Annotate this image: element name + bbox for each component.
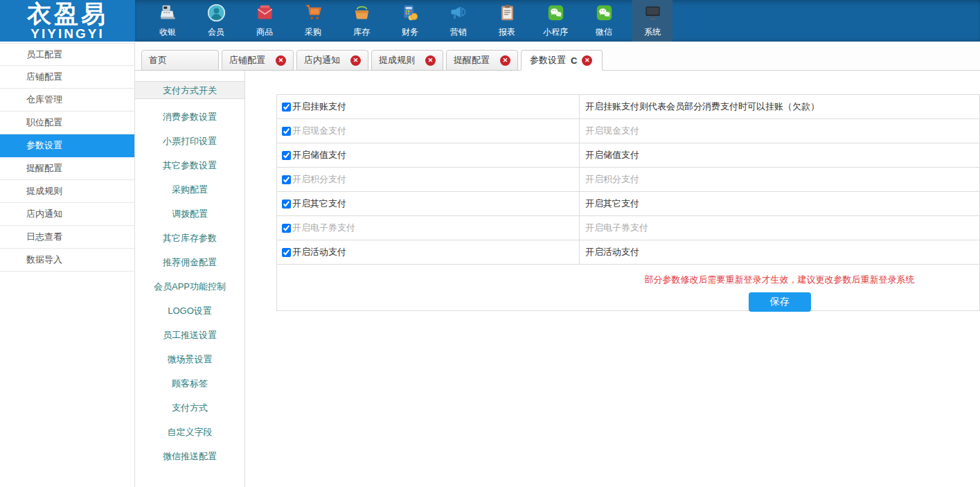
nav-item-label: 报表 <box>499 26 515 38</box>
menu-item-logo-settings[interactable]: LOGO设置 <box>135 299 244 323</box>
switch-label: 开启储值支付 <box>292 149 346 161</box>
switch-label: 开启其它支付 <box>292 197 346 210</box>
close-icon[interactable]: ✕ <box>582 55 592 66</box>
table-row: 开启电子券支付 开启电子券支付 <box>277 216 979 240</box>
tab-commission-rules[interactable]: 提成规则 ✕ <box>371 50 443 71</box>
tab-store-notice[interactable]: 店内通知 ✕ <box>296 50 368 71</box>
nav-item-finance[interactable]: 财务 <box>390 0 430 42</box>
report-icon <box>498 3 517 26</box>
menu-item-customer-tags[interactable]: 顾客标签 <box>135 371 244 396</box>
main-area: 首页 店铺配置 ✕ 店内通知 ✕ 提成规则 ✕ 提醒配置 ✕ 参数设置 C ✕ <box>135 42 980 487</box>
payment-toggle-checkbox[interactable] <box>282 151 291 160</box>
tab-label: 提醒配置 <box>454 54 490 67</box>
tab-parameter-settings[interactable]: 参数设置 C ✕ <box>521 50 603 71</box>
menu-item-other-params[interactable]: 其它参数设置 <box>135 153 244 177</box>
switch-description: 开启活动支付 <box>580 240 979 264</box>
switch-cell: 开启积分支付 <box>277 168 580 191</box>
close-icon[interactable]: ✕ <box>276 55 286 66</box>
nav-item-system[interactable]: 系统 <box>632 0 672 42</box>
nav-item-wechat[interactable]: 微信 <box>584 0 624 42</box>
close-icon[interactable]: ✕ <box>500 55 510 66</box>
payment-toggle-checkbox[interactable] <box>282 103 291 112</box>
close-icon[interactable]: ✕ <box>350 55 361 66</box>
switch-description: 开启电子券支付 <box>580 216 979 240</box>
settings-menu: 支付方式开关 消费参数设置 小票打印设置 其它参数设置 采购配置 调拨配置 其它… <box>135 71 245 487</box>
tab-home[interactable]: 首页 <box>141 50 219 71</box>
menu-item-member-app-control[interactable]: 会员APP功能控制 <box>135 274 244 299</box>
nav-item-marketing[interactable]: 营销 <box>438 0 479 42</box>
table-row: 开启其它支付 开启其它支付 <box>277 192 979 216</box>
payment-toggle-checkbox[interactable] <box>282 200 291 209</box>
tab-label: 首页 <box>149 54 167 67</box>
miniprogram-icon <box>546 3 565 26</box>
menu-item-staff-push[interactable]: 员工推送设置 <box>135 323 244 347</box>
nav-item-members[interactable]: 会员 <box>196 0 236 42</box>
switch-cell: 开启储值支付 <box>277 143 580 167</box>
menu-item-custom-fields[interactable]: 自定义字段 <box>135 420 244 444</box>
menu-item-wescene-settings[interactable]: 微场景设置 <box>135 347 244 371</box>
sidebar-item-parameter-settings[interactable]: 参数设置 <box>0 134 134 157</box>
sidebar-item-store-config[interactable]: 店铺配置 <box>0 66 134 89</box>
left-sidebar: 员工配置 店铺配置 仓库管理 职位配置 参数设置 提醒配置 提成规则 店内通知 … <box>0 42 135 487</box>
refresh-icon[interactable]: C <box>571 55 577 66</box>
sidebar-item-log-view[interactable]: 日志查看 <box>0 226 134 249</box>
menu-item-payment-method-switch[interactable]: 支付方式开关 <box>135 81 244 99</box>
sidebar-item-staff-config[interactable]: 员工配置 <box>0 43 134 66</box>
menu-item-payment-methods[interactable]: 支付方式 <box>135 396 244 420</box>
switch-description: 开启现金支付 <box>580 119 979 143</box>
finance-icon <box>401 3 420 26</box>
nav-item-label: 采购 <box>305 26 321 38</box>
cash-register-icon <box>159 3 177 26</box>
payment-toggle-checkbox[interactable] <box>282 224 291 233</box>
menu-item-referral-commission[interactable]: 推荐佣金配置 <box>135 250 244 274</box>
menu-item-wechat-push[interactable]: 微信推送配置 <box>135 444 244 468</box>
nav-item-goods[interactable]: 商品 <box>244 0 285 42</box>
nav-item-label: 系统 <box>644 26 661 38</box>
sidebar-item-reminder-config[interactable]: 提醒配置 <box>0 157 134 180</box>
switch-cell: 开启其它支付 <box>277 192 580 215</box>
switch-label: 开启电子券支付 <box>292 222 355 234</box>
sidebar-item-store-notice[interactable]: 店内通知 <box>0 203 134 226</box>
app-logo-title: 衣盈易 <box>0 1 135 27</box>
table-row: 开启挂账支付 开启挂账支付则代表会员部分消费支付时可以挂账（欠款） <box>277 95 979 119</box>
member-icon <box>207 3 226 26</box>
workspace: 员工配置 店铺配置 仓库管理 职位配置 参数设置 提醒配置 提成规则 店内通知 … <box>0 42 980 487</box>
inventory-icon <box>353 3 371 26</box>
table-footer: 部分参数修改后需要重新登录才生效，建议更改参数后重新登录系统 保存 <box>277 265 979 310</box>
switch-cell: 开启活动支付 <box>277 240 580 264</box>
menu-item-transfer-config[interactable]: 调拨配置 <box>135 202 244 226</box>
nav-item-label: 财务 <box>402 26 418 38</box>
sidebar-item-commission-rules[interactable]: 提成规则 <box>0 180 134 203</box>
menu-item-other-inventory-params[interactable]: 其它库存参数 <box>135 226 244 250</box>
nav-item-purchase[interactable]: 采购 <box>293 0 333 42</box>
nav-item-miniprogram[interactable]: 小程序 <box>535 0 576 42</box>
switch-label: 开启积分支付 <box>292 173 346 186</box>
tab-label: 店铺配置 <box>229 54 265 67</box>
nav-item-inventory[interactable]: 库存 <box>341 0 382 42</box>
save-button[interactable]: 保存 <box>749 292 811 312</box>
menu-item-consumption-params[interactable]: 消费参数设置 <box>135 105 244 129</box>
sidebar-item-position-config[interactable]: 职位配置 <box>0 112 134 134</box>
table-row: 开启现金支付 开启现金支付 <box>277 119 979 143</box>
table-row: 开启积分支付 开启积分支付 <box>277 168 979 192</box>
top-bar: 衣盈易 YIYINGYI 收银 会员 商品 采购 库存 财务 <box>0 0 980 42</box>
nav-item-label: 商品 <box>256 26 273 38</box>
tab-reminder-config[interactable]: 提醒配置 ✕ <box>446 50 518 71</box>
payment-toggle-checkbox[interactable] <box>282 248 291 257</box>
menu-item-purchase-config[interactable]: 采购配置 <box>135 177 244 202</box>
marketing-icon <box>449 3 468 26</box>
payment-toggle-checkbox[interactable] <box>282 175 291 184</box>
goods-icon <box>256 3 274 26</box>
payment-toggle-checkbox[interactable] <box>282 127 291 136</box>
top-nav: 收银 会员 商品 采购 库存 财务 营销 报表 <box>135 0 980 42</box>
tab-label: 店内通知 <box>304 54 340 67</box>
sidebar-item-data-import[interactable]: 数据导入 <box>0 249 134 272</box>
tab-label: 参数设置 <box>530 54 566 67</box>
menu-item-receipt-print[interactable]: 小票打印设置 <box>135 129 244 153</box>
footer-inner: 部分参数修改后需要重新登录才生效，建议更改参数后重新登录系统 保存 <box>580 274 979 312</box>
close-icon[interactable]: ✕ <box>425 55 436 66</box>
sidebar-item-warehouse-management[interactable]: 仓库管理 <box>0 89 134 112</box>
nav-item-reports[interactable]: 报表 <box>487 0 527 42</box>
nav-item-cashier[interactable]: 收银 <box>148 0 188 42</box>
tab-store-config[interactable]: 店铺配置 ✕ <box>222 50 294 71</box>
